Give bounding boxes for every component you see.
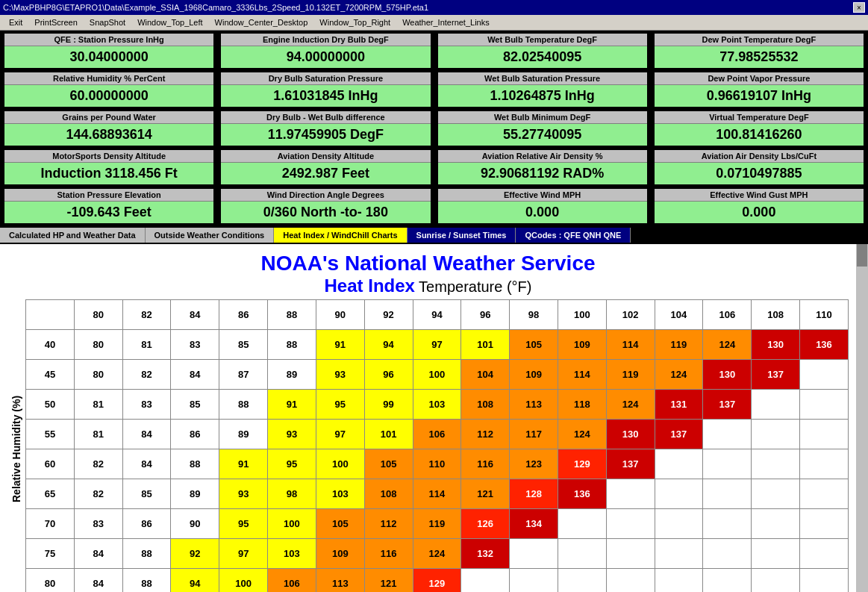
heat-cell-65-100: 136 <box>558 479 606 509</box>
heat-cell-60-104 <box>655 449 703 479</box>
cell-label-7: Dew Point Vapor Pressure <box>655 72 864 85</box>
col-header-88: 88 <box>268 300 316 330</box>
tab-2[interactable]: Heat Index / WindChill Charts <box>274 228 407 243</box>
heat-cell-80-98 <box>510 569 558 593</box>
heat-cell-55-104: 137 <box>655 420 703 449</box>
cell-label-18: Effective Wind MPH <box>438 189 647 202</box>
data-cell-1: Engine Induction Dry Bulb DegF94.0000000… <box>218 32 434 71</box>
heat-cell-75-88: 103 <box>268 539 316 569</box>
menu-item-window_center_desktop[interactable]: Window_Center_Desktop <box>209 16 314 28</box>
cell-value-6: 1.10264875 InHg <box>438 85 647 107</box>
col-header-110: 110 <box>800 300 849 330</box>
heat-cell-60-86: 91 <box>219 449 268 479</box>
heat-cell-60-98: 123 <box>510 449 558 479</box>
title-bar: C:\MaxPBHP8G\ETAPRO1\Data\Example_SSIA_1… <box>0 0 868 15</box>
heat-cell-80-110 <box>800 569 849 593</box>
heat-cell-40-82: 81 <box>122 330 171 360</box>
heat-cell-55-84: 86 <box>171 420 219 449</box>
heat-cell-40-90: 91 <box>316 330 364 360</box>
heat-cell-50-110 <box>800 390 849 420</box>
heat-cell-70-82: 86 <box>122 509 171 539</box>
heat-cell-55-110 <box>800 420 849 449</box>
cell-value-11: 100.81416260 <box>655 124 864 146</box>
heat-cell-55-86: 89 <box>219 420 268 449</box>
heat-cell-60-102: 137 <box>606 449 655 479</box>
heat-table-container: 80828486889092949698100102104106108110 4… <box>25 299 849 592</box>
noaa-title: NOAA's National Weather Service <box>0 252 856 275</box>
cell-value-14: 92.90681192 RAD% <box>438 163 647 184</box>
heat-cell-75-90: 109 <box>316 539 364 569</box>
data-cell-2: Wet Bulb Temperature DegF82.02540095 <box>435 32 652 71</box>
data-cell-8: Grains per Pound Water144.68893614 <box>1 110 218 149</box>
data-cell-13: Aviation Density Altitude2492.987 Feet <box>218 149 434 187</box>
tab-4[interactable]: QCodes : QFE QNH QNE <box>516 228 631 243</box>
heat-cell-70-80: 83 <box>74 509 122 539</box>
heat-cell-60-84: 88 <box>171 449 219 479</box>
cell-label-16: Station Pressure Elevation <box>4 189 213 202</box>
heat-cell-75-108 <box>752 539 800 569</box>
heat-cell-70-96: 126 <box>461 509 510 539</box>
heat-cell-70-104 <box>655 509 703 539</box>
row-header-75: 75 <box>26 539 75 569</box>
cell-value-15: 0.0710497885 <box>655 163 864 184</box>
tab-1[interactable]: Outside Weather Conditions <box>146 228 275 243</box>
heat-cell-40-86: 85 <box>219 330 268 360</box>
cell-value-18: 0.000 <box>438 202 647 223</box>
col-header-90: 90 <box>316 300 364 330</box>
content-area: NOAA's National Weather Service Heat Ind… <box>0 244 868 592</box>
heat-cell-55-102: 130 <box>606 420 655 449</box>
heat-cell-60-88: 95 <box>268 449 316 479</box>
close-button[interactable]: × <box>853 2 865 13</box>
heat-cell-80-102 <box>606 569 655 593</box>
cell-value-12: Induction 3118.456 Ft <box>4 163 213 184</box>
data-cell-5: Dry Bulb Saturation Pressure1.61031845 I… <box>218 71 434 110</box>
cell-label-15: Aviation Air Density Lbs/CuFt <box>655 150 864 163</box>
heat-cell-70-90: 105 <box>316 509 364 539</box>
heat-cell-40-110: 136 <box>800 330 849 360</box>
cell-value-4: 60.00000000 <box>4 85 213 107</box>
heat-cell-55-94: 106 <box>413 420 461 449</box>
menu-item-window_top_right[interactable]: Window_Top_Right <box>313 16 396 28</box>
cell-label-12: MotorSports Density Altitude <box>4 150 213 163</box>
tab-0[interactable]: Calculated HP and Weather Data <box>0 228 146 243</box>
col-header-96: 96 <box>461 300 510 330</box>
cell-value-7: 0.96619107 InHg <box>655 85 864 107</box>
heat-cell-80-92: 121 <box>364 569 413 593</box>
heat-cell-45-110 <box>800 360 849 390</box>
heat-cell-80-88: 106 <box>268 569 316 593</box>
tab-3[interactable]: Sunrise / Sunset Times <box>408 228 516 243</box>
data-cell-0: QFE : Station Pressure InHg30.04000000 <box>1 32 218 71</box>
heat-cell-45-96: 104 <box>461 360 510 390</box>
heat-cell-80-82: 88 <box>122 569 171 593</box>
heat-cell-45-108: 137 <box>752 360 800 390</box>
row-header-60: 60 <box>26 449 75 479</box>
heat-cell-55-96: 112 <box>461 420 510 449</box>
heat-cell-60-92: 105 <box>364 449 413 479</box>
heat-cell-60-106 <box>703 449 752 479</box>
cell-label-13: Aviation Density Altitude <box>221 150 430 163</box>
menu-item-window_top_left[interactable]: Window_Top_Left <box>131 16 208 28</box>
heat-cell-55-90: 97 <box>316 420 364 449</box>
cell-label-2: Wet Bulb Temperature DegF <box>438 34 647 46</box>
heat-cell-45-80: 80 <box>74 360 122 390</box>
heat-cell-40-108: 130 <box>752 330 800 360</box>
cell-label-0: QFE : Station Pressure InHg <box>4 34 213 46</box>
cell-value-3: 77.98525532 <box>655 46 864 68</box>
cell-label-8: Grains per Pound Water <box>4 111 213 124</box>
scrollbar-thumb[interactable] <box>857 244 867 267</box>
heat-cell-40-84: 83 <box>171 330 219 360</box>
col-header-84: 84 <box>171 300 219 330</box>
menu-item-exit[interactable]: Exit <box>3 16 28 28</box>
heat-cell-60-90: 100 <box>316 449 364 479</box>
heat-cell-45-84: 84 <box>171 360 219 390</box>
heat-cell-80-94: 129 <box>413 569 461 593</box>
heat-cell-75-82: 88 <box>122 539 171 569</box>
menu-item-snapshot[interactable]: SnapShot <box>84 16 131 28</box>
col-header-82: 82 <box>122 300 171 330</box>
heat-cell-65-88: 98 <box>268 479 316 509</box>
scrollbar-track[interactable] <box>856 244 868 592</box>
heat-cell-40-98: 105 <box>510 330 558 360</box>
menu-item-printscreen[interactable]: PrintScreen <box>28 16 83 28</box>
menu-item-weather_internet_links[interactable]: Weather_Internet_Links <box>396 16 496 28</box>
cell-value-19: 0.000 <box>655 202 864 223</box>
